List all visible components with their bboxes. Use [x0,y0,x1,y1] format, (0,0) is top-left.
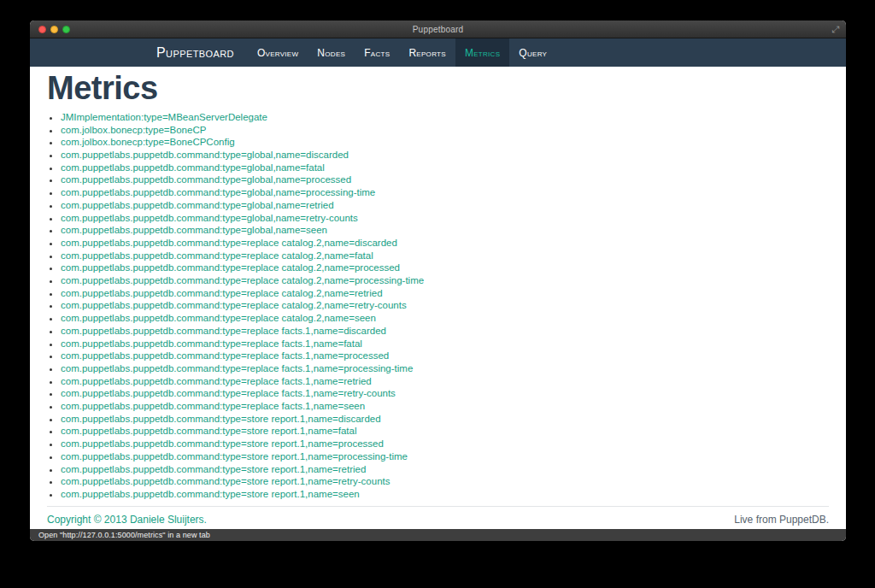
metric-link[interactable]: com.puppetlabs.puppetdb.command:type=glo… [61,213,358,223]
metric-link[interactable]: com.puppetlabs.puppetdb.command:type=rep… [61,313,376,323]
nav-item[interactable]: Reports [399,38,455,67]
metrics-list: JMImplementation:type=MBeanServerDelegat… [47,111,829,501]
metric-list-item: com.puppetlabs.puppetdb.command:type=sto… [61,450,829,463]
metric-list-item: com.puppetlabs.puppetdb.command:type=rep… [61,299,829,312]
window-titlebar[interactable]: Puppetboard ⤢ [30,21,846,38]
metric-link[interactable]: com.puppetlabs.puppetdb.command:type=rep… [61,338,362,349]
minimize-button[interactable] [50,26,58,33]
metric-link[interactable]: com.puppetlabs.puppetdb.command:type=rep… [61,250,373,261]
traffic-lights [38,21,70,38]
metric-link[interactable]: com.puppetlabs.puppetdb.command:type=rep… [61,388,396,398]
nav-item[interactable]: Query [509,38,556,67]
metric-link[interactable]: com.puppetlabs.puppetdb.command:type=rep… [61,238,397,248]
metric-link[interactable]: com.puppetlabs.puppetdb.command:type=sto… [61,489,360,499]
metric-list-item: com.puppetlabs.puppetdb.command:type=rep… [61,312,829,325]
fullscreen-icon[interactable]: ⤢ [831,25,839,34]
metric-link[interactable]: com.puppetlabs.puppetdb.command:type=sto… [61,476,390,486]
metric-list-item: com.puppetlabs.puppetdb.command:type=sto… [61,463,829,476]
nav-item[interactable]: Metrics [455,38,509,67]
metric-list-item: com.puppetlabs.puppetdb.command:type=rep… [61,400,829,413]
metric-list-item: com.puppetlabs.puppetdb.command:type=rep… [61,262,829,274]
metric-list-item: com.puppetlabs.puppetdb.command:type=rep… [61,387,829,400]
metric-link[interactable]: com.puppetlabs.puppetdb.command:type=sto… [61,464,366,474]
metric-list-item: com.puppetlabs.puppetdb.command:type=glo… [61,149,829,162]
metric-link[interactable]: com.puppetlabs.puppetdb.command:type=rep… [61,275,424,285]
nav-item-link[interactable]: Nodes [308,38,355,67]
metric-link[interactable]: com.puppetlabs.puppetdb.command:type=sto… [61,438,384,449]
metric-list-item: com.puppetlabs.puppetdb.command:type=rep… [61,237,829,250]
metric-list-item: com.puppetlabs.puppetdb.command:type=rep… [61,362,829,375]
metric-list-item: com.puppetlabs.puppetdb.command:type=sto… [61,413,829,426]
nav-item-link[interactable]: Facts [355,38,399,67]
metric-link[interactable]: com.puppetlabs.puppetdb.command:type=sto… [61,426,357,436]
metric-link[interactable]: com.puppetlabs.puppetdb.command:type=rep… [61,401,365,411]
metric-list-item: com.puppetlabs.puppetdb.command:type=sto… [61,425,829,438]
metric-link[interactable]: com.puppetlabs.puppetdb.command:type=rep… [61,300,407,310]
nav-list: Overview Nodes Facts Reports [248,38,556,67]
metric-list-item: com.jolbox.bonecp:type=BoneCP [61,124,829,137]
metric-list-item: com.puppetlabs.puppetdb.command:type=rep… [61,338,829,350]
metric-link[interactable]: com.puppetlabs.puppetdb.command:type=rep… [61,326,386,336]
metric-link[interactable]: com.puppetlabs.puppetdb.command:type=glo… [61,225,327,235]
metric-link[interactable]: com.jolbox.bonecp:type=BoneCP [61,125,206,135]
navbar: Puppetboard Overview Nodes Facts [30,38,846,67]
nav-item[interactable]: Nodes [308,38,355,67]
live-from-puppetdb-text: Live from PuppetDB. [734,514,829,526]
metric-link[interactable]: com.puppetlabs.puppetdb.command:type=glo… [61,150,349,160]
metric-list-item: com.puppetlabs.puppetdb.command:type=rep… [61,375,829,388]
metric-list-item: JMImplementation:type=MBeanServerDelegat… [61,111,829,124]
metric-list-item: com.puppetlabs.puppetdb.command:type=sto… [61,488,829,501]
metric-link[interactable]: com.puppetlabs.puppetdb.command:type=glo… [61,162,325,173]
metric-link[interactable]: com.puppetlabs.puppetdb.command:type=sto… [61,451,408,462]
metric-list-item: com.puppetlabs.puppetdb.command:type=sto… [61,438,829,450]
metric-list-item: com.puppetlabs.puppetdb.command:type=rep… [61,274,829,287]
window-title: Puppetboard [413,25,463,34]
close-button[interactable] [38,26,46,33]
zoom-button[interactable] [62,26,70,33]
metric-link[interactable]: com.puppetlabs.puppetdb.command:type=rep… [61,262,400,273]
metric-list-item: com.puppetlabs.puppetdb.command:type=rep… [61,287,829,300]
page-title: Metrics [47,72,829,106]
metric-link[interactable]: com.puppetlabs.puppetdb.command:type=rep… [61,363,413,373]
metric-list-item: com.puppetlabs.puppetdb.command:type=sto… [61,475,829,488]
page-content: Metrics JMImplementation:type=MBeanServe… [30,67,846,529]
nav-item[interactable]: Overview [248,38,308,67]
nav-item-link[interactable]: Overview [248,38,308,67]
metric-list-item: com.puppetlabs.puppetdb.command:type=glo… [61,186,829,199]
status-link-preview-text: Open "http://127.0.0.1:5000/metrics" in … [38,531,210,539]
metric-link[interactable]: com.puppetlabs.puppetdb.command:type=glo… [61,174,351,185]
metric-list-item: com.puppetlabs.puppetdb.command:type=glo… [61,224,829,237]
app-window: Puppetboard ⤢ Puppetboard Overview Nodes… [30,21,846,541]
metric-list-item: com.puppetlabs.puppetdb.command:type=glo… [61,212,829,225]
metric-list-item: com.puppetlabs.puppetdb.command:type=glo… [61,199,829,212]
metric-link[interactable]: com.puppetlabs.puppetdb.command:type=rep… [61,288,383,298]
metric-link[interactable]: com.puppetlabs.puppetdb.command:type=glo… [61,187,375,197]
metric-list-item: com.jolbox.bonecp:type=BoneCPConfig [61,136,829,149]
metric-link[interactable]: com.jolbox.bonecp:type=BoneCPConfig [61,137,235,147]
metric-list-item: com.puppetlabs.puppetdb.command:type=rep… [61,325,829,338]
metric-list-item: com.puppetlabs.puppetdb.command:type=rep… [61,350,829,362]
metric-list-item: com.puppetlabs.puppetdb.command:type=glo… [61,173,829,186]
navbar-brand[interactable]: Puppetboard [156,38,248,67]
metric-link[interactable]: com.puppetlabs.puppetdb.command:type=sto… [61,414,381,424]
metric-list-item: com.puppetlabs.puppetdb.command:type=glo… [61,162,829,174]
nav-item-link[interactable]: Query [509,38,556,67]
metric-list-item: com.puppetlabs.puppetdb.command:type=rep… [61,250,829,262]
nav-item-link[interactable]: Metrics [455,38,509,67]
page-footer: Copyright © 2013 Daniele Sluijters. Live… [47,507,829,526]
metric-link[interactable]: com.puppetlabs.puppetdb.command:type=rep… [61,350,389,361]
browser-status-bar: Open "http://127.0.0.1:5000/metrics" in … [30,529,846,541]
desktop-background: Puppetboard ⤢ Puppetboard Overview Nodes… [0,0,875,588]
metric-link[interactable]: JMImplementation:type=MBeanServerDelegat… [61,112,267,122]
nav-item-link[interactable]: Reports [399,38,455,67]
copyright-link[interactable]: Copyright © 2013 Daniele Sluijters. [47,514,207,526]
nav-item[interactable]: Facts [355,38,399,67]
metric-link[interactable]: com.puppetlabs.puppetdb.command:type=rep… [61,376,372,386]
metric-link[interactable]: com.puppetlabs.puppetdb.command:type=glo… [61,200,334,210]
